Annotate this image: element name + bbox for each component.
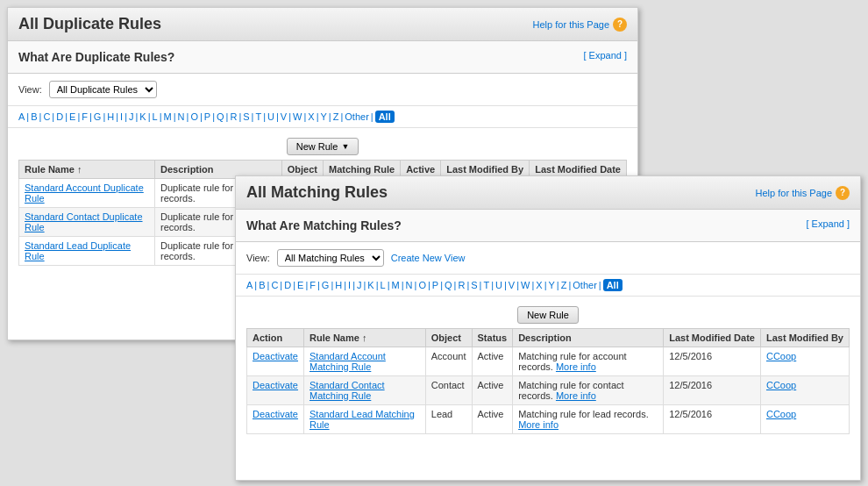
alpha-m[interactable]: M [164, 111, 172, 122]
m-alpha-l[interactable]: L [381, 280, 386, 290]
help-icon: ? [836, 186, 850, 200]
m-alpha-g[interactable]: G [322, 280, 330, 290]
match-rule-link-account[interactable]: Standard Account Matching Rule [309, 351, 386, 372]
m-alpha-p[interactable]: P [432, 280, 438, 290]
alpha-all[interactable]: All [375, 111, 395, 123]
m-alpha-i[interactable]: I [348, 280, 351, 290]
alpha-g[interactable]: G [94, 111, 102, 122]
m-alpha-w[interactable]: W [521, 280, 530, 290]
m-alpha-d[interactable]: D [284, 280, 291, 290]
match-obj-lead: Lead [425, 405, 472, 434]
match-by-account[interactable]: CCoop [766, 351, 796, 361]
m-alpha-n[interactable]: N [406, 280, 413, 290]
m-alpha-b[interactable]: B [259, 280, 265, 290]
dup-view-select[interactable]: All Duplicate Rules [49, 81, 157, 98]
dup-col-rule-name[interactable]: Rule Name ↑ [19, 161, 155, 179]
alpha-other[interactable]: Other [345, 111, 369, 122]
matching-rules-panel: All Matching Rules Help for this Page ? … [235, 175, 861, 481]
match-col-action: Action [247, 329, 304, 347]
alpha-n[interactable]: N [178, 111, 185, 122]
m-alpha-s[interactable]: S [471, 280, 477, 290]
match-by-contact[interactable]: CCoop [766, 380, 796, 390]
m-alpha-x[interactable]: X [536, 280, 542, 290]
match-action-deactivate-account[interactable]: Deactivate [253, 351, 298, 361]
alpha-y[interactable]: Y [321, 111, 327, 122]
dup-desc-box: What Are Duplicate Rules? [ Expand ] [8, 41, 637, 74]
match-by-lead[interactable]: CCoop [766, 409, 796, 419]
m-alpha-o[interactable]: O [418, 280, 426, 290]
alpha-h[interactable]: H [107, 111, 114, 122]
match-more-info-lead[interactable]: More info [518, 419, 559, 430]
match-panel-title: All Matching Rules [246, 183, 388, 202]
match-view-select[interactable]: All Matching Rules [277, 249, 384, 267]
m-alpha-f[interactable]: F [309, 280, 316, 290]
alpha-z[interactable]: Z [333, 111, 339, 122]
match-col-description: Description [513, 329, 664, 347]
m-alpha-q[interactable]: Q [445, 280, 452, 290]
alpha-a[interactable]: A [18, 111, 25, 122]
alpha-r[interactable]: R [230, 111, 237, 122]
table-row: Deactivate Standard Account Matching Rul… [247, 347, 850, 376]
m-alpha-t[interactable]: T [483, 280, 489, 290]
match-rule-link-contact[interactable]: Standard Contact Matching Rule [309, 380, 385, 401]
dup-view-label: View: [18, 84, 42, 95]
alpha-u[interactable]: U [267, 111, 274, 122]
match-col-rule-name[interactable]: Rule Name ↑ [303, 329, 425, 347]
alpha-e[interactable]: E [69, 111, 75, 122]
match-status-contact: Active [472, 376, 513, 405]
table-row: Deactivate Standard Contact Matching Rul… [247, 376, 850, 405]
m-alpha-other[interactable]: Other [573, 280, 597, 290]
alpha-p[interactable]: P [204, 111, 210, 122]
dup-rule-link-account[interactable]: Standard Account Duplicate Rule [25, 182, 144, 204]
dup-toolbar: View: All Duplicate Rules [8, 74, 637, 106]
match-col-last-modified-date: Last Modified Date [664, 329, 761, 347]
m-alpha-j[interactable]: J [357, 280, 362, 290]
match-panel-header: All Matching Rules Help for this Page ? [236, 176, 860, 210]
alpha-j[interactable]: J [129, 111, 134, 122]
match-help-label: Help for this Page [756, 188, 832, 198]
match-rule-link-lead[interactable]: Standard Lead Matching Rule [309, 409, 415, 430]
alpha-x[interactable]: X [308, 111, 314, 122]
alpha-q[interactable]: Q [217, 111, 224, 122]
alpha-o[interactable]: O [190, 111, 198, 122]
m-alpha-h[interactable]: H [335, 280, 342, 290]
alpha-c[interactable]: C [43, 111, 50, 122]
match-action-deactivate-contact[interactable]: Deactivate [253, 380, 298, 390]
dup-expand-link[interactable]: [ Expand ] [583, 50, 627, 61]
match-help-link[interactable]: Help for this Page ? [756, 186, 850, 200]
m-alpha-all[interactable]: All [603, 279, 623, 291]
match-date-contact: 12/5/2016 [664, 376, 761, 405]
alpha-d[interactable]: D [56, 111, 63, 122]
match-new-rule-button[interactable]: New Rule [517, 306, 579, 324]
alpha-l[interactable]: L [153, 111, 158, 122]
m-alpha-y[interactable]: Y [549, 280, 555, 290]
m-alpha-u[interactable]: U [495, 280, 502, 290]
table-row: Deactivate Standard Lead Matching Rule L… [247, 405, 850, 434]
m-alpha-a[interactable]: A [246, 280, 253, 290]
match-more-info-account[interactable]: More info [556, 361, 596, 372]
alpha-i[interactable]: I [120, 111, 123, 122]
m-alpha-r[interactable]: R [458, 280, 465, 290]
alpha-w[interactable]: W [293, 111, 302, 122]
dup-new-rule-button[interactable]: New Rule ▼ [287, 138, 359, 155]
match-desc-lead: Matching rule for lead records. More inf… [513, 405, 664, 434]
dup-rule-link-lead[interactable]: Standard Lead Duplicate Rule [25, 240, 131, 261]
m-alpha-z[interactable]: Z [561, 280, 567, 290]
m-alpha-c[interactable]: C [271, 280, 278, 290]
alpha-k[interactable]: K [139, 111, 146, 122]
m-alpha-k[interactable]: K [367, 280, 374, 290]
m-alpha-v[interactable]: V [509, 280, 515, 290]
match-create-new-view-link[interactable]: Create New View [391, 253, 466, 263]
match-expand-link[interactable]: [ Expand ] [806, 218, 850, 229]
m-alpha-m[interactable]: M [392, 280, 400, 290]
dup-rule-link-contact[interactable]: Standard Contact Duplicate Rule [25, 211, 143, 232]
alpha-t[interactable]: T [255, 111, 261, 122]
dup-help-link[interactable]: Help for this Page ? [533, 18, 627, 32]
alpha-v[interactable]: V [281, 111, 287, 122]
m-alpha-e[interactable]: E [297, 280, 303, 290]
match-action-deactivate-lead[interactable]: Deactivate [253, 409, 298, 419]
alpha-f[interactable]: F [82, 111, 88, 122]
alpha-b[interactable]: B [31, 111, 37, 122]
alpha-s[interactable]: S [243, 111, 249, 122]
match-more-info-contact[interactable]: More info [556, 390, 596, 401]
